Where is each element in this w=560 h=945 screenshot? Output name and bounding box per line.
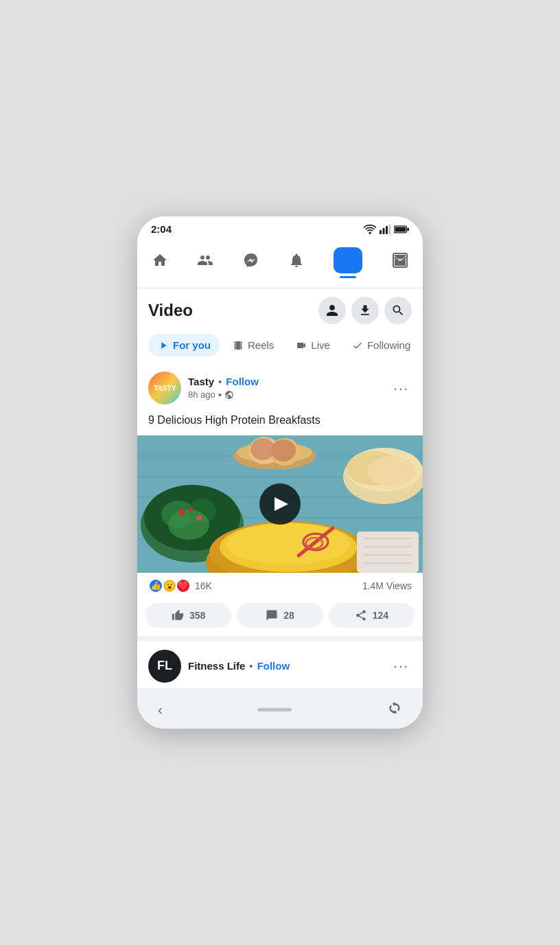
play-button-1[interactable] [259,483,301,525]
tab-reels-label: Reels [248,339,274,351]
nav-bar [137,239,423,288]
tab-following-label: Following [367,339,410,351]
profile-button[interactable] [318,297,346,324]
page-title: Video [148,301,193,320]
svg-rect-5 [407,228,409,231]
battery-icon [394,225,409,234]
wow-emoji: 😮 [162,578,177,593]
video-thumbnail-1[interactable] [137,435,423,573]
svg-rect-1 [383,228,385,234]
post-header-1: TASTY Tasty • Follow 8h ago • ··· [137,363,423,410]
status-bar: 2:04 [137,216,423,239]
follow-link-1[interactable]: Follow [226,376,259,387]
action-row-1: 358 28 124 [137,599,423,636]
header-actions [318,297,412,324]
avatar-tasty: TASTY [148,372,181,405]
avatar-fitness: FL [148,650,181,683]
nav-home[interactable] [143,249,176,276]
status-time: 2:04 [151,223,172,235]
tab-following[interactable]: Following [342,334,412,356]
svg-rect-3 [389,225,391,234]
back-button[interactable]: ‹ [158,702,163,718]
like-emoji: 👍 [148,578,163,593]
like-count: 358 [189,610,205,621]
post-card-2: FL Fitness Life • Follow ··· [137,641,423,688]
post-card-1: TASTY Tasty • Follow 8h ago • ··· [137,363,423,635]
tab-for-you[interactable]: For you [148,334,220,356]
like-button-1[interactable]: 358 [145,603,231,628]
tab-for-you-label: For you [173,339,211,351]
emoji-group: 👍 😮 ❤️ [148,578,191,593]
nav-video-bg [334,247,362,273]
svg-point-24 [168,510,209,540]
follow-link-2[interactable]: Follow [257,660,290,672]
signal-icon [380,225,390,234]
phone-frame: 2:04 [137,216,423,728]
tab-live[interactable]: Live [286,334,340,356]
post-author-row-1: Tasty • Follow [188,376,390,387]
rotate-button[interactable] [387,701,402,719]
more-options-2[interactable]: ··· [390,655,412,676]
tab-live-label: Live [311,339,330,351]
share-button-1[interactable]: 124 [329,603,415,628]
post-meta-1: Tasty • Follow 8h ago • [188,376,390,400]
more-options-1[interactable]: ··· [390,378,412,399]
video-header: Video For you Reels [137,288,423,363]
nav-messenger[interactable] [235,249,268,276]
post-author-row-2: Fitness Life • Follow [188,660,390,672]
svg-rect-6 [395,227,406,231]
svg-rect-2 [386,226,388,234]
globe-icon [224,390,234,400]
tab-reels[interactable]: Reels [223,334,283,356]
svg-point-27 [189,508,193,512]
comment-count: 28 [283,610,294,621]
food-image-1 [137,435,423,573]
status-icons [364,225,409,234]
post-meta-2: Fitness Life • Follow [188,660,390,672]
post-time-1: 8h ago [188,389,215,400]
svg-point-19 [271,440,296,462]
svg-point-26 [196,515,202,521]
nav-notifications[interactable] [280,249,313,276]
tabs-row: For you Reels Live Following [148,334,412,363]
views-count: 1.4M Views [362,580,412,591]
reactions-left: 👍 😮 ❤️ 16K [148,578,212,593]
author-name-2: Fitness Life [188,660,245,672]
post-time-row-1: 8h ago • [188,389,390,400]
svg-point-25 [178,509,185,516]
nav-video[interactable] [325,244,371,281]
nav-store[interactable] [384,249,417,276]
dot-1: • [218,376,222,387]
svg-rect-0 [380,230,382,234]
reaction-count: 16K [195,580,212,591]
svg-point-31 [367,456,415,486]
bottom-bar: ‹ [137,694,423,729]
post-header-2: FL Fitness Life • Follow ··· [137,641,423,688]
feed: TASTY Tasty • Follow 8h ago • ··· [137,363,423,687]
author-name-1: Tasty [188,376,214,387]
video-header-top: Video [148,297,412,324]
reactions-row-1: 👍 😮 ❤️ 16K 1.4M Views [137,573,423,599]
home-indicator[interactable] [257,708,292,711]
heart-emoji: ❤️ [176,578,191,593]
post-title-1: 9 Delicious High Protein Breakfasts [137,410,423,435]
search-button[interactable] [384,297,412,324]
svg-rect-39 [357,532,419,573]
wifi-icon [364,225,376,234]
nav-friends[interactable] [189,249,222,276]
comment-button-1[interactable]: 28 [237,603,323,628]
share-count: 124 [373,610,388,621]
download-button[interactable] [351,297,379,324]
